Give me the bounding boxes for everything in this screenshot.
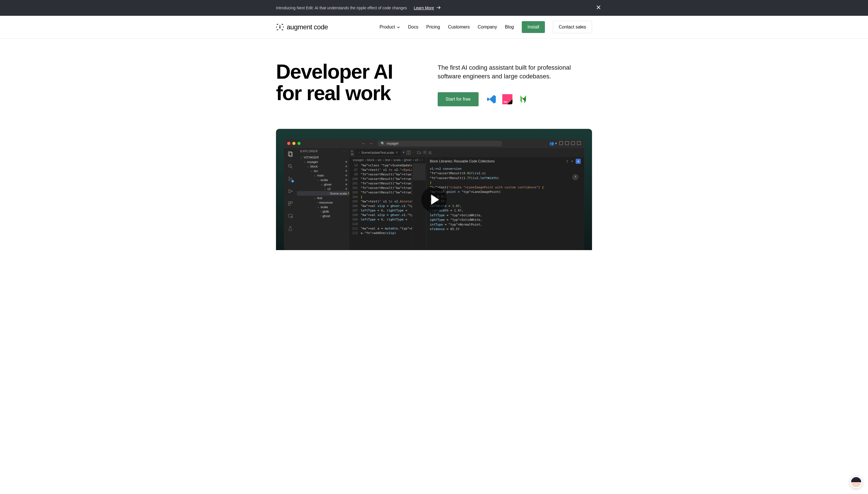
explorer-icon[interactable]	[287, 151, 294, 157]
breadcrumb-item[interactable]: voyager	[353, 158, 364, 162]
close-icon[interactable]	[596, 5, 601, 11]
tree-item[interactable]: ⌄voyager	[297, 159, 349, 164]
video-section: ← → 🔍 voyager 👥 ▾	[265, 129, 603, 250]
svg-point-7	[289, 177, 290, 178]
svg-point-8	[289, 179, 290, 181]
source-control-icon[interactable]: 1	[287, 176, 294, 182]
tree-item[interactable]: ⌄src	[297, 169, 349, 173]
svg-rect-10	[289, 202, 290, 203]
layout-icon-1[interactable]	[559, 141, 563, 145]
nav-docs[interactable]: Docs	[408, 24, 418, 30]
site-header: augment code Product Docs Pricing Custom…	[0, 16, 868, 39]
scroll-up-icon[interactable]: ↑	[572, 174, 578, 180]
breadcrumb-item[interactable]: src	[377, 158, 382, 162]
dirty-dot-icon	[345, 170, 347, 172]
back-arrow-icon[interactable]: ←	[362, 141, 366, 146]
testing-icon[interactable]	[287, 225, 294, 231]
breadcrumb-bar[interactable]: voyager› block› src› test› scala› ghver›…	[349, 157, 426, 163]
play-icon	[431, 194, 439, 205]
add-panel-icon[interactable]: +	[576, 159, 581, 164]
assistant-code-body[interactable]: ↑ v1->v2 conversion "fn">assertResult(0.…	[426, 166, 584, 250]
hero-subtitle: The first AI coding assistant built for …	[438, 63, 592, 81]
tree-item[interactable]: ⌄scala	[297, 205, 349, 209]
search-icon: 🔍	[381, 141, 385, 146]
tree-item[interactable]: ›resources	[297, 200, 349, 205]
main-nav: Product Docs Pricing Customers Company B…	[380, 21, 592, 33]
nav-company[interactable]: Company	[478, 24, 497, 30]
contact-sales-button[interactable]: Contact sales	[553, 21, 592, 33]
neovim-icon[interactable]	[518, 94, 528, 104]
split-editor-icon[interactable]	[407, 151, 411, 154]
hero-title-line1: Developer AI	[276, 60, 392, 83]
tree-item[interactable]: ⌄ghver	[297, 182, 349, 187]
search-text: voyager	[387, 141, 399, 146]
assistant-header: Block Libraries: Reusable Code Collectio…	[426, 157, 584, 166]
extensions-icon[interactable]	[287, 201, 294, 207]
dirty-dot-icon	[345, 174, 347, 176]
tree-label: scala	[320, 178, 328, 182]
dirty-dot-icon	[345, 161, 347, 163]
nav-blog[interactable]: Blog	[505, 24, 514, 30]
tree-item[interactable]: ⌄test	[297, 196, 349, 200]
nav-pricing[interactable]: Pricing	[426, 24, 440, 30]
remote-icon[interactable]	[287, 213, 294, 219]
tree-item[interactable]: ›ghost	[297, 214, 349, 218]
layout-icon-4[interactable]	[577, 141, 581, 145]
breadcrumb-item[interactable]: block	[367, 158, 374, 162]
dirty-dot-icon	[345, 166, 347, 167]
copilot-icon[interactable]: 👥 ▾	[549, 141, 557, 146]
forward-arrow-icon[interactable]: →	[369, 141, 373, 146]
code-editor-left[interactable]: 1087991001011021031041051061071081091101…	[349, 163, 426, 250]
tree-item[interactable]: ⌄block	[297, 164, 349, 169]
chevron-down-icon	[397, 24, 400, 30]
command-palette[interactable]: 🔍 voyager	[378, 141, 502, 146]
layout-icon-2[interactable]	[565, 141, 569, 145]
breadcrumb-item[interactable]: ghver	[404, 158, 412, 162]
tree-file-scene[interactable]: ≡Scene.scalaM	[297, 191, 349, 196]
breadcrumb-item[interactable]: scala	[393, 158, 401, 162]
assistant-panel: [·] Block Libraries: Reusable Code Colle…	[426, 148, 584, 250]
layout-icon-3[interactable]	[571, 141, 575, 145]
tab-more-icon[interactable]: ⋯	[412, 151, 415, 154]
augment-logo-icon[interactable]: [·]	[429, 151, 431, 154]
breadcrumb-item[interactable]: v2	[415, 158, 418, 162]
chevron-down-icon[interactable]: ▾	[571, 159, 573, 163]
editor-folder-icon[interactable]	[417, 150, 421, 155]
learn-more-label: Learn More	[414, 6, 434, 10]
logo[interactable]: augment code	[276, 23, 328, 31]
ide-icons-row	[486, 94, 528, 104]
search-activity-icon[interactable]	[287, 163, 294, 169]
hero-section: Developer AI for real work The first AI …	[265, 39, 603, 118]
activity-bar: 1	[284, 148, 297, 250]
explorer-more-icon[interactable]: ⋯	[343, 150, 346, 153]
tree-root[interactable]: ⌄VOYAGER	[297, 155, 349, 159]
share-icon[interactable]: ⇪	[566, 159, 569, 163]
tab-ai-icon[interactable]: ✦	[402, 151, 405, 154]
assistant-title: Block Libraries: Reusable Code Collectio…	[430, 159, 495, 163]
tree-label: resources	[319, 201, 333, 204]
close-tab-icon[interactable]: ✕	[395, 151, 398, 154]
nav-product[interactable]: Product	[380, 24, 400, 30]
start-for-free-button[interactable]: Start for free	[438, 92, 479, 106]
install-button[interactable]: Install	[522, 21, 545, 33]
play-button[interactable]	[421, 187, 447, 212]
vscode-icon[interactable]	[486, 94, 497, 104]
tree-item[interactable]: ⌄main	[297, 173, 349, 178]
video-card: ← → 🔍 voyager 👥 ▾	[276, 129, 592, 250]
editor-tab[interactable]: ≡ SceneUpdateTest.scala ✕	[355, 149, 401, 156]
svg-point-0	[280, 25, 280, 26]
code-body[interactable]: "kw">class "typ">SceneUpdateTest "kw">ex…	[361, 163, 412, 250]
jetbrains-icon[interactable]	[502, 94, 513, 104]
tree-item[interactable]: ⌄v2	[297, 187, 349, 191]
run-debug-icon[interactable]	[287, 188, 294, 194]
editor-area: a M ≡ SceneUpdateTest.scala ✕ ✦ ⋯ ✕	[349, 148, 426, 250]
breadcrumb-item[interactable]: test	[385, 158, 390, 162]
tree-item[interactable]: ⌄scala	[297, 178, 349, 182]
arrow-right-icon	[436, 6, 441, 10]
dirty-dot-icon	[345, 188, 347, 190]
nav-customers[interactable]: Customers	[448, 24, 469, 30]
svg-rect-3	[504, 101, 507, 102]
tree-item[interactable]: ›ghlib	[297, 209, 349, 214]
learn-more-link[interactable]: Learn More	[414, 6, 441, 10]
tree-label: block	[310, 165, 318, 168]
